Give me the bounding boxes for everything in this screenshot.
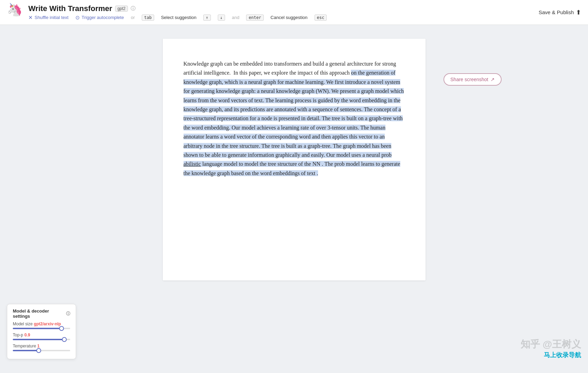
gpt-badge: gpt2 bbox=[115, 6, 128, 12]
settings-title: Model & decoder settings bbox=[13, 308, 64, 319]
settings-panel: Model & decoder settings ⓘ Model size gp… bbox=[7, 304, 76, 359]
trigger-autocomplete-button[interactable]: ⊙ Trigger autocomplete bbox=[75, 15, 124, 21]
header-left: 🦄 Write With Transformer gpt2 ⓘ ✕ Shuffl… bbox=[7, 3, 539, 21]
cancel-suggestion-label: Cancel suggestion bbox=[271, 15, 308, 20]
save-publish-label: Save & Publish bbox=[539, 9, 574, 15]
app-title-row: Write With Transformer gpt2 ⓘ bbox=[28, 4, 327, 13]
shuffle-icon: ✕ bbox=[28, 15, 33, 21]
shuffle-label: Shuffle initial text bbox=[35, 15, 68, 20]
or-divider: or bbox=[131, 15, 135, 20]
temperature-label: Temperature 1 bbox=[13, 344, 70, 348]
app-title: Write With Transformer bbox=[28, 4, 112, 13]
main-area: Knowledge graph can be embedded into tra… bbox=[0, 25, 588, 373]
select-suggestion-label: Select suggestion bbox=[161, 15, 197, 20]
and-label: and bbox=[232, 15, 240, 20]
model-size-fill bbox=[13, 328, 62, 329]
save-publish-button[interactable]: Save & Publish ⬆ bbox=[539, 9, 581, 16]
top-p-setting: Top-p 0.9 bbox=[13, 333, 70, 340]
toolbar-row: ✕ Shuffle initial text ⊙ Trigger autocom… bbox=[28, 15, 327, 21]
share-screenshot-button[interactable]: Share screenshot ↗ bbox=[444, 73, 502, 86]
esc-key: esc bbox=[315, 15, 327, 21]
header-right: Save & Publish ⬆ bbox=[539, 9, 581, 16]
model-size-setting: Model size gpt2/arxiv-nlp bbox=[13, 322, 70, 329]
editor-container[interactable]: Knowledge graph can be embedded into tra… bbox=[163, 39, 426, 280]
trigger-icon: ⊙ bbox=[75, 15, 80, 21]
header: 🦄 Write With Transformer gpt2 ⓘ ✕ Shuffl… bbox=[0, 0, 588, 25]
export-icon: ⬆ bbox=[576, 9, 581, 16]
share-screenshot-label: Share screenshot bbox=[450, 77, 488, 82]
model-size-label: Model size gpt2/arxiv-nlp bbox=[13, 322, 70, 326]
info-icon[interactable]: ⓘ bbox=[131, 6, 136, 12]
model-size-thumb[interactable] bbox=[59, 326, 64, 331]
top-p-value: 0.9 bbox=[24, 333, 30, 337]
tab-key: tab bbox=[142, 15, 154, 21]
temperature-fill bbox=[13, 350, 39, 351]
top-p-thumb[interactable] bbox=[62, 337, 67, 342]
temperature-slider[interactable] bbox=[13, 350, 70, 351]
top-p-label: Top-p 0.9 bbox=[13, 333, 70, 337]
down-arrow-key: ↓ bbox=[218, 15, 225, 21]
temperature-setting: Temperature 1 bbox=[13, 344, 70, 351]
app-logo: 🦄 bbox=[7, 3, 25, 21]
shuffle-button[interactable]: ✕ Shuffle initial text bbox=[28, 15, 68, 21]
settings-info-icon[interactable]: ⓘ bbox=[66, 311, 70, 317]
settings-title-row: Model & decoder settings ⓘ bbox=[13, 308, 70, 319]
model-size-value: gpt2/arxiv-nlp bbox=[34, 322, 61, 326]
editor-text[interactable]: Knowledge graph can be embedded into tra… bbox=[184, 59, 405, 178]
up-arrow-key: ↑ bbox=[203, 15, 211, 21]
share-external-icon: ↗ bbox=[491, 77, 495, 82]
model-size-slider[interactable] bbox=[13, 328, 70, 329]
temperature-value: 1 bbox=[37, 344, 40, 348]
temperature-thumb[interactable] bbox=[36, 348, 41, 353]
top-p-slider[interactable] bbox=[13, 339, 70, 340]
top-p-fill bbox=[13, 339, 64, 340]
selected-text: on the generation of knowledge graph, wh… bbox=[184, 70, 404, 176]
trigger-label: Trigger autocomplete bbox=[82, 15, 124, 20]
underlined-word: abilistic bbox=[184, 161, 201, 167]
enter-key: enter bbox=[246, 15, 263, 21]
app-title-block: Write With Transformer gpt2 ⓘ ✕ Shuffle … bbox=[28, 4, 327, 21]
